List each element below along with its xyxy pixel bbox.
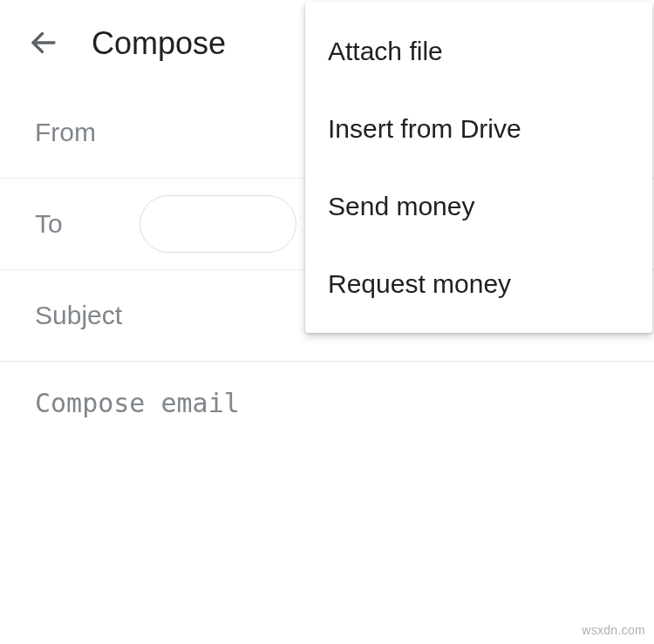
to-label: To bbox=[35, 209, 140, 239]
page-title: Compose bbox=[92, 25, 226, 62]
menu-item-attach-file[interactable]: Attach file bbox=[305, 12, 652, 90]
menu-item-request-money[interactable]: Request money bbox=[305, 245, 652, 322]
body-row[interactable] bbox=[0, 362, 654, 545]
back-button[interactable] bbox=[17, 17, 70, 70]
menu-item-send-money[interactable]: Send money bbox=[305, 167, 652, 245]
arrow-left-icon bbox=[28, 27, 59, 61]
attach-menu: Attach file Insert from Drive Send money… bbox=[305, 2, 652, 333]
compose-body[interactable] bbox=[35, 388, 619, 545]
watermark: wsxdn.com bbox=[582, 623, 645, 637]
recipient-chip[interactable] bbox=[140, 195, 296, 253]
menu-item-insert-from-drive[interactable]: Insert from Drive bbox=[305, 90, 652, 167]
from-label: From bbox=[35, 118, 140, 147]
